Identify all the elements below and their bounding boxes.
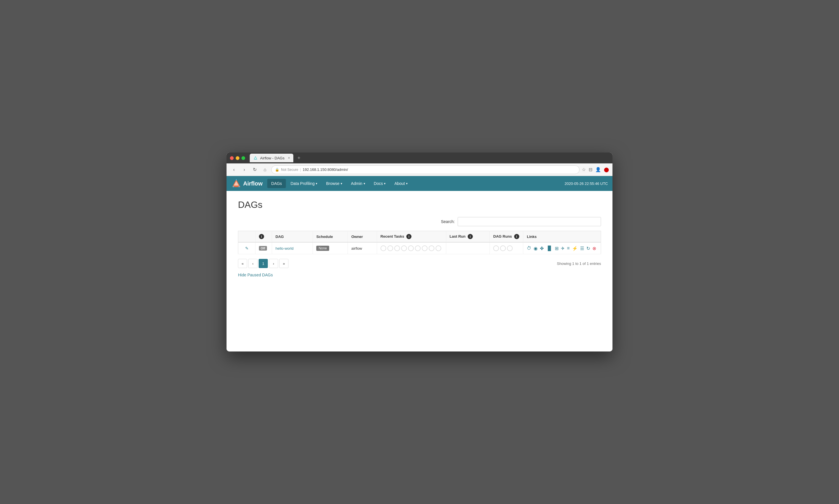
refresh-button[interactable]: ↻ — [251, 166, 258, 174]
nav-item-browse[interactable]: Browse ▾ — [322, 179, 346, 188]
pagination: « ‹ 1 › » — [238, 259, 288, 268]
dag-name-link[interactable]: hello-world — [275, 246, 293, 251]
nav-item-data-profiling[interactable]: Data Profiling ▾ — [286, 179, 321, 188]
th-last-run: Last Run i — [446, 231, 490, 242]
browser-window: Airflow - DAGs × + ‹ › ↻ ⌂ 🔒 Not Secure … — [227, 152, 612, 352]
admin-arrow: ▾ — [363, 182, 365, 185]
th-owner: Owner — [348, 231, 377, 242]
th-recent-tasks: Recent Tasks i — [377, 231, 446, 242]
td-toggle: Off — [255, 242, 272, 254]
landing-times-icon[interactable]: ✈ — [561, 246, 565, 251]
forward-button[interactable]: › — [240, 166, 248, 174]
log-icon[interactable]: ☰ — [580, 246, 584, 251]
th-dag: DAG — [272, 231, 313, 242]
trigger-dag-icon[interactable]: ⏱ — [527, 246, 531, 251]
edit-icon[interactable]: ✎ — [245, 246, 249, 251]
close-button[interactable] — [230, 156, 234, 160]
th-actions — [238, 231, 255, 242]
th-schedule: Schedule — [313, 231, 348, 242]
task-circle-4 — [401, 246, 407, 251]
td-dag-runs — [490, 242, 523, 254]
code-icon[interactable]: ⚡ — [572, 246, 578, 251]
first-page-button[interactable]: « — [238, 259, 247, 268]
recent-tasks-info-icon[interactable]: i — [406, 234, 411, 239]
gantt-icon[interactable]: ⊞ — [555, 246, 558, 251]
main-content: DAGs Search: i DAG Sche — [227, 191, 612, 352]
th-dag-runs: DAG Runs i — [490, 231, 523, 242]
logo-text: Airflow — [243, 180, 263, 187]
task-circles — [380, 246, 443, 251]
dag-run-circle-1 — [493, 246, 499, 251]
nav-bar: Airflow DAGs Data Profiling ▾ Browse ▾ A… — [227, 176, 612, 191]
page-title: DAGs — [238, 200, 601, 210]
svg-marker-4 — [236, 179, 237, 180]
td-last-run — [446, 242, 490, 254]
td-recent-tasks — [377, 242, 446, 254]
last-run-info-icon[interactable]: i — [468, 234, 473, 239]
next-page-button[interactable]: › — [269, 259, 278, 268]
title-bar: Airflow - DAGs × + — [227, 152, 612, 163]
td-edit: ✎ — [238, 242, 255, 254]
page-1-button[interactable]: 1 — [258, 259, 268, 268]
address-right-icons: ☆ ⊟ 👤 ⬤ — [582, 167, 609, 172]
graph-view-icon[interactable]: ✤ — [540, 246, 544, 251]
lock-icon: 🔒 — [275, 168, 279, 172]
address-bar: ‹ › ↻ ⌂ 🔒 Not Secure | 192.168.1.150:808… — [227, 163, 612, 176]
browser-tab[interactable]: Airflow - DAGs × — [250, 154, 293, 162]
duration-icon[interactable]: ▐▌ — [546, 246, 553, 251]
minimize-button[interactable] — [236, 156, 239, 160]
nav-item-dags[interactable]: DAGs — [267, 179, 286, 188]
task-circle-3 — [394, 246, 400, 251]
td-schedule: None — [313, 242, 348, 254]
tab-close-icon[interactable]: × — [288, 156, 290, 160]
not-secure-label: Not Secure — [281, 168, 298, 172]
maximize-button[interactable] — [242, 156, 245, 160]
search-bar: Search: — [238, 217, 601, 226]
tree-view-icon[interactable]: ◉ — [534, 246, 538, 251]
last-page-button[interactable]: » — [279, 259, 288, 268]
cast-icon[interactable]: ⊟ — [589, 167, 592, 172]
address-input[interactable]: 🔒 Not Secure | 192.168.1.150:8080/admin/ — [271, 165, 579, 174]
nav-item-docs[interactable]: Docs ▾ — [370, 179, 390, 188]
dag-runs-info-icon[interactable]: i — [514, 234, 519, 239]
logo[interactable]: Airflow — [231, 178, 263, 188]
dag-toggle[interactable]: Off — [259, 246, 267, 251]
task-circle-8 — [429, 246, 434, 251]
prev-page-button[interactable]: ‹ — [248, 259, 257, 268]
task-circle-5 — [408, 246, 414, 251]
dag-run-circle-2 — [500, 246, 506, 251]
nav-links: DAGs Data Profiling ▾ Browse ▾ Admin ▾ D… — [267, 179, 565, 188]
extensions-icon[interactable]: ⬤ — [604, 167, 609, 172]
th-info: i — [255, 231, 272, 242]
hide-paused-dags-link[interactable]: Hide Paused DAGs — [238, 273, 273, 277]
delete-icon[interactable]: ⊗ — [592, 246, 596, 251]
search-input[interactable] — [458, 217, 601, 226]
th-links: Links — [523, 231, 601, 242]
td-links: ⏱ ◉ ✤ ▐▌ ⊞ ✈ ≡ ⚡ ☰ ↻ ⊗ — [523, 242, 601, 254]
showing-text: Showing 1 to 1 of 1 entries — [557, 262, 601, 266]
address-url: 192.168.1.150:8080/admin/ — [303, 167, 348, 172]
tries-icon[interactable]: ≡ — [567, 246, 569, 251]
dag-run-circles — [493, 246, 520, 251]
task-circle-7 — [422, 246, 428, 251]
refresh-icon[interactable]: ↻ — [586, 246, 590, 251]
back-button[interactable]: ‹ — [230, 166, 238, 174]
pagination-row: « ‹ 1 › » Showing 1 to 1 of 1 entries — [238, 259, 601, 268]
profile-icon[interactable]: 👤 — [595, 167, 601, 172]
search-label: Search: — [441, 219, 455, 224]
new-tab-button[interactable]: + — [297, 155, 301, 161]
task-circle-6 — [415, 246, 421, 251]
data-profiling-arrow: ▾ — [316, 182, 317, 185]
bookmark-icon[interactable]: ☆ — [582, 167, 586, 172]
td-owner: airflow — [348, 242, 377, 254]
nav-item-admin[interactable]: Admin ▾ — [347, 179, 369, 188]
nav-timestamp: 2020-05-26 22:55:46 UTC — [565, 181, 608, 186]
task-circle-2 — [387, 246, 393, 251]
links-icons: ⏱ ◉ ✤ ▐▌ ⊞ ✈ ≡ ⚡ ☰ ↻ ⊗ — [527, 246, 597, 251]
info-header-icon[interactable]: i — [259, 234, 264, 239]
nav-item-about[interactable]: About ▾ — [390, 179, 412, 188]
home-button[interactable]: ⌂ — [261, 166, 269, 174]
schedule-badge: None — [316, 246, 329, 251]
traffic-lights — [230, 156, 245, 160]
dags-table: i DAG Schedule Owner Recent Tasks — [238, 231, 601, 254]
